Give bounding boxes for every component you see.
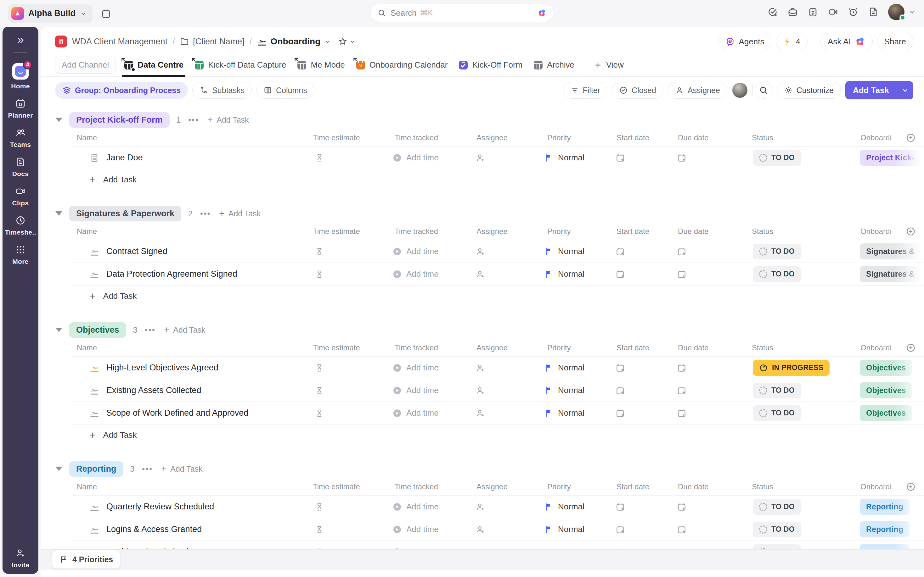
notepad-icon[interactable] [101,8,111,19]
breadcrumb-list[interactable]: Onboarding [257,37,331,47]
status-cell[interactable]: TO DO [750,150,858,166]
task-row[interactable]: Contract Signed Add time Normal [71,240,924,263]
start-date-cell[interactable] [614,385,675,396]
column-header-assignee[interactable]: Assignee [474,343,545,352]
tab-onboarding-calendar[interactable]: 31 Onboarding Calendar [355,53,448,76]
sidebar-item-invite[interactable]: Invite [3,548,39,569]
time-tracked-cell[interactable]: Add time [392,385,474,396]
column-header-status[interactable]: Status [750,133,858,142]
group-menu-icon[interactable]: ••• [142,464,153,473]
task-name[interactable]: Data Protection Agreement Signed [107,269,237,279]
closed-button[interactable]: Closed [612,82,664,99]
column-header-start-date[interactable]: Start date [614,227,675,236]
add-view-button[interactable]: View [594,60,624,70]
status-badge[interactable]: TO DO [753,266,801,282]
task-row[interactable]: Logins & Access Granted Add time Normal [71,518,924,541]
due-date-cell[interactable] [675,524,750,535]
onboarding-process-tag[interactable]: Project Kick- [860,150,921,166]
assignee-cell[interactable] [474,385,545,396]
status-cell[interactable]: TO DO [750,405,858,421]
column-header-time-tracked[interactable]: Time tracked [392,343,474,352]
time-estimate-cell[interactable] [310,502,392,512]
clipboard-list-icon[interactable] [808,6,818,17]
status-badge[interactable]: TO DO [753,150,801,166]
time-tracked-cell[interactable]: Add time [392,363,474,373]
due-date-cell[interactable] [675,269,750,279]
column-header-name[interactable]: Name [71,343,310,352]
group-add-task-button[interactable]: +Add Task [207,115,249,124]
group-collapse-icon[interactable] [55,467,62,471]
time-estimate-cell[interactable] [310,386,392,395]
status-badge[interactable]: IN PROGRESS [753,360,830,376]
sidebar-item-docs[interactable]: Docs [3,156,39,178]
favorite-star-icon[interactable] [338,37,355,46]
sidebar-expand-button[interactable]: » [17,34,24,45]
priorities-chip[interactable]: 4 Priorities [52,550,120,569]
priority-cell[interactable]: Normal [545,524,614,534]
onboarding-process-cell[interactable]: Reporting [858,499,924,515]
column-header-time-estimate[interactable]: Time estimate [310,227,392,236]
column-header-priority[interactable]: Priority [545,343,614,352]
assignee-filter-button[interactable]: Assignee [668,82,727,99]
status-cell[interactable]: TO DO [750,522,858,537]
group-name-pill[interactable]: Objectives [69,322,126,338]
briefcase-icon[interactable] [787,6,798,17]
column-header-name[interactable]: Name [71,227,310,236]
group-add-task-button[interactable]: +Add Task [164,325,205,335]
time-estimate-cell[interactable] [310,153,392,163]
tab-archive[interactable]: Archive [533,53,574,76]
column-header-time-estimate[interactable]: Time estimate [310,133,392,142]
doc-icon[interactable] [868,6,879,17]
assignee-cell[interactable] [474,269,545,279]
add-task-button[interactable]: Add Task [845,81,913,99]
time-estimate-cell[interactable] [310,525,392,534]
priority-cell[interactable]: Normal [545,269,614,279]
column-header-name[interactable]: Name [71,133,310,142]
group-menu-icon[interactable]: ••• [145,326,155,334]
due-date-cell[interactable] [675,385,750,396]
add-task-chevron-icon[interactable] [897,87,913,94]
tab-data-centre[interactable]: Data Centre [124,53,184,76]
onboarding-process-cell[interactable]: Project Kick- [858,150,924,166]
task-row[interactable]: Scope of Work Defined and Approved Add t… [71,402,924,424]
account-chevron-icon[interactable] [909,8,916,15]
sidebar-item-home[interactable]: 4 Home [3,63,39,90]
workspace-switcher[interactable]: ▲ Alpha Build [8,5,92,23]
onboarding-process-cell[interactable]: Signatures & [858,266,924,282]
tab-kickoff-form[interactable]: Kick-Off Form [458,53,522,76]
column-header-due-date[interactable]: Due date [675,482,750,491]
due-date-cell[interactable] [675,408,750,418]
breadcrumb-folder[interactable]: [Client Name] [193,37,244,47]
column-header-priority[interactable]: Priority [545,227,614,236]
sidebar-item-planner[interactable]: 19 Planner [3,98,39,119]
column-header-assignee[interactable]: Assignee [474,227,545,236]
due-date-cell[interactable] [675,153,750,163]
onboarding-process-tag[interactable]: Objectives [860,405,912,421]
priority-cell[interactable]: Normal [545,502,614,512]
space-avatar-icon[interactable] [55,35,67,47]
onboarding-process-cell[interactable]: Objectives [858,360,924,376]
task-name[interactable]: Logins & Access Granted [107,524,202,534]
column-header-priority[interactable]: Priority [545,133,614,142]
task-name[interactable]: Quarterly Review Scheduled [107,502,214,512]
filter-button[interactable]: Filter [563,82,608,99]
group-collapse-icon[interactable] [55,211,62,216]
group-name-pill[interactable]: Project Kick-off Form [69,112,170,128]
add-column-icon[interactable] [906,343,916,353]
group-add-task-button[interactable]: +Add Task [219,209,260,218]
time-estimate-cell[interactable] [310,269,392,279]
onboarding-process-cell[interactable]: Signatures & [858,243,924,259]
column-header-start-date[interactable]: Start date [614,482,675,491]
reminder-clock-icon[interactable] [848,6,859,17]
time-estimate-cell[interactable] [310,247,392,256]
task-row[interactable]: High-Level Objectives Agreed Add time No… [71,356,924,379]
onboarding-process-tag[interactable]: Signatures & [860,266,921,282]
tab-me-mode[interactable]: Me Mode [297,53,345,76]
task-name[interactable]: Existing Assets Collected [107,385,202,395]
task-name[interactable]: High-Level Objectives Agreed [107,363,218,372]
sidebar-item-timesheets[interactable]: Timeshe.. [3,215,39,236]
add-column-icon[interactable] [906,226,916,237]
column-header-start-date[interactable]: Start date [614,343,675,352]
onboarding-process-tag[interactable]: Reporting [860,521,909,537]
time-tracked-cell[interactable]: Add time [392,502,474,512]
